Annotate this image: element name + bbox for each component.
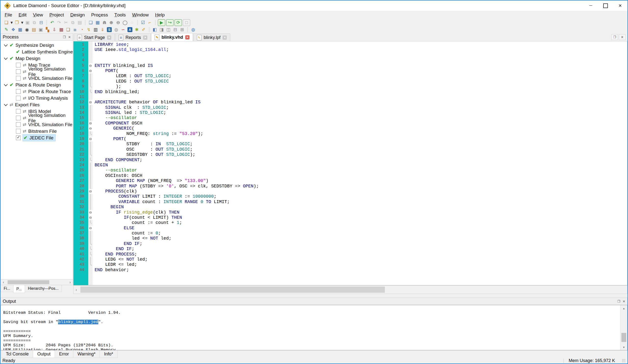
web-help-button[interactable]: ◍ [190, 27, 197, 33]
scroll-right-icon[interactable]: › [67, 280, 73, 284]
translate-button[interactable]: ▩ [58, 27, 65, 33]
menu-design[interactable]: Design [67, 11, 88, 19]
programmer-button[interactable]: ✐ [140, 27, 147, 33]
close-button[interactable]: ✕ [613, 0, 628, 11]
run-button[interactable]: ▶ [158, 19, 165, 26]
zoom-in-button[interactable]: ⊕ [108, 20, 115, 26]
process-item-verilog-simulation-file[interactable]: ⇄Verilog Simulation File [1, 68, 73, 75]
panel-tab-p[interactable]: P... [13, 285, 25, 293]
tab-start-page[interactable]: ≣Start Page✕ [74, 34, 115, 41]
place-route-button[interactable]: ⧈ [72, 27, 78, 33]
find-button[interactable]: ⋒ [101, 20, 108, 26]
horizontal-splitter[interactable] [0, 294, 628, 298]
new-source-button[interactable]: ✎ [3, 27, 10, 33]
device-view-button[interactable]: ▦ [17, 27, 23, 33]
reveal-analyzer-button[interactable]: ∽ [120, 27, 127, 33]
tab-close-icon[interactable]: ✕ [143, 36, 147, 40]
process-item-bitstream-file[interactable]: ⇄Bitstream File [1, 128, 73, 134]
fold-collapse-icon[interactable]: ⊖ [88, 68, 93, 73]
analysis-button[interactable]: A [127, 27, 133, 33]
console-tab-info[interactable]: Info* [99, 351, 117, 358]
file-list-button[interactable]: ▤ [30, 27, 37, 33]
process-item-map-design[interactable]: ✔Map Design [1, 55, 73, 62]
cut-button[interactable]: ✂ [63, 20, 69, 26]
process-item-lattice-synthesis-engine[interactable]: ✔Lattice Synthesis Engine [1, 49, 73, 55]
menu-window[interactable]: Window [129, 11, 152, 19]
new-file-button[interactable]: ❏ [3, 20, 10, 26]
console-tab-warning[interactable]: Warning* [73, 351, 100, 358]
redo-button[interactable]: ↷ [56, 20, 63, 26]
menu-file[interactable]: File [1, 11, 15, 19]
process-panel-hscrollbar[interactable]: ‹ › [0, 280, 73, 285]
fold-collapse-icon[interactable]: ⊖ [88, 126, 93, 131]
tab-blinky-lpf[interactable]: ✎blinky.lpf✕ [193, 34, 231, 41]
scrollbar-thumb[interactable] [80, 287, 385, 293]
next-window-button[interactable]: ◫ [165, 27, 172, 33]
run-to-button[interactable]: ↪ [166, 19, 173, 26]
fold-collapse-icon[interactable]: ⊖ [88, 121, 93, 126]
properties-button[interactable]: ▦ [94, 20, 101, 26]
process-checkbox[interactable] [16, 122, 21, 127]
scroll-up-icon[interactable]: ▴ [621, 305, 627, 311]
run-all-button[interactable]: ✱ [133, 27, 140, 33]
package-view-button[interactable]: ▣ [37, 27, 44, 33]
scroll-left-icon[interactable]: ‹ [1, 280, 6, 284]
fold-collapse-icon[interactable]: ⊖ [88, 136, 93, 142]
process-checkbox[interactable] [16, 63, 21, 67]
open-file-button[interactable]: ❐ [13, 20, 20, 26]
process-checkbox[interactable] [16, 129, 21, 133]
zoom-out-button[interactable]: ⊖ [115, 20, 122, 26]
tab-close-icon[interactable]: ✕ [223, 36, 227, 40]
process-checkbox[interactable] [16, 96, 21, 100]
process-item-place-route-design[interactable]: ✔Place & Route Design [1, 82, 73, 88]
float-panel-icon[interactable]: ❐ [617, 300, 620, 303]
paste-button[interactable]: ▤ [76, 20, 83, 26]
switch-window-button[interactable]: ⊟ [172, 27, 179, 33]
process-item-vhdl-simulation-file[interactable]: ⇄VHDL Simulation File [1, 121, 73, 128]
process-item-place-route-trace[interactable]: ⇄Place & Route Trace [1, 88, 73, 95]
console-tab-tclconsole[interactable]: Tcl Console [1, 351, 33, 358]
device-explorer-button[interactable]: ◉ [23, 27, 30, 33]
export-button[interactable]: ⇓ [99, 27, 106, 33]
process-checkbox[interactable] [16, 89, 21, 94]
editor-hscrollbar[interactable]: ‹ [73, 285, 628, 294]
scrollbar-thumb[interactable] [7, 280, 49, 284]
chevron-down-icon[interactable] [4, 56, 8, 60]
process-item-verilog-simulation-file[interactable]: ⇄Verilog Simulation File [1, 115, 73, 121]
close-tab-icon[interactable]: ✕ [619, 34, 626, 40]
scroll-left-icon[interactable]: ‹ [74, 288, 79, 292]
fold-collapse-icon[interactable]: ⊖ [88, 63, 93, 68]
fold-collapse-icon[interactable]: ⊖ [88, 189, 93, 194]
open-file-dropdown[interactable]: ▾ [20, 20, 24, 26]
task-list-button[interactable]: ☑ [140, 20, 146, 26]
tab-reports[interactable]: ≣Reports✕ [115, 34, 151, 41]
chevron-down-icon[interactable] [4, 83, 8, 86]
tab-blinky-vhd[interactable]: ✎blinky.vhd✕ [151, 33, 193, 41]
float-tabs-icon[interactable]: ❐ [611, 34, 618, 40]
report-button[interactable]: ◔ [78, 27, 85, 33]
zoom-fit-button[interactable]: ◌ [128, 20, 135, 26]
tab-close-icon[interactable]: ✕ [185, 35, 189, 39]
process-checkbox[interactable] [16, 116, 21, 120]
console-tab-output[interactable]: Output [33, 351, 55, 358]
undo-button[interactable]: ↶ [49, 20, 56, 26]
maximize-button[interactable] [598, 0, 613, 11]
output-vscrollbar[interactable]: ▴ ▾ [620, 305, 627, 350]
tile-windows-button[interactable]: ◧ [151, 27, 158, 33]
console-tab-error[interactable]: Error [55, 351, 73, 358]
panel-tab-hierarchypos[interactable]: Hierarchy---Pos... [25, 285, 62, 292]
copy-button[interactable]: ⧉ [69, 20, 76, 26]
copy-page-button[interactable]: ❏ [87, 20, 94, 26]
menu-project[interactable]: Project [46, 11, 67, 19]
process-checkbox[interactable] [16, 76, 21, 81]
scrollbar-thumb[interactable] [621, 333, 626, 342]
code-area[interactable]: LIBRARY ieee;USE ieee.std_logic_1164.all… [93, 41, 627, 285]
process-checkbox[interactable] [16, 135, 21, 140]
process-item-jedec-file[interactable]: ✔JEDEC File [1, 134, 73, 141]
fold-collapse-icon[interactable]: ⊖ [88, 100, 93, 105]
power-calc-button[interactable]: ↯ [85, 27, 92, 33]
process-item-vhdl-simulation-file[interactable]: ⇄VHDL Simulation File [1, 75, 73, 82]
chevron-down-icon[interactable] [4, 102, 8, 106]
float-panel-icon[interactable]: ❐ [63, 35, 66, 39]
minimize-button[interactable]: ─ [583, 0, 598, 11]
